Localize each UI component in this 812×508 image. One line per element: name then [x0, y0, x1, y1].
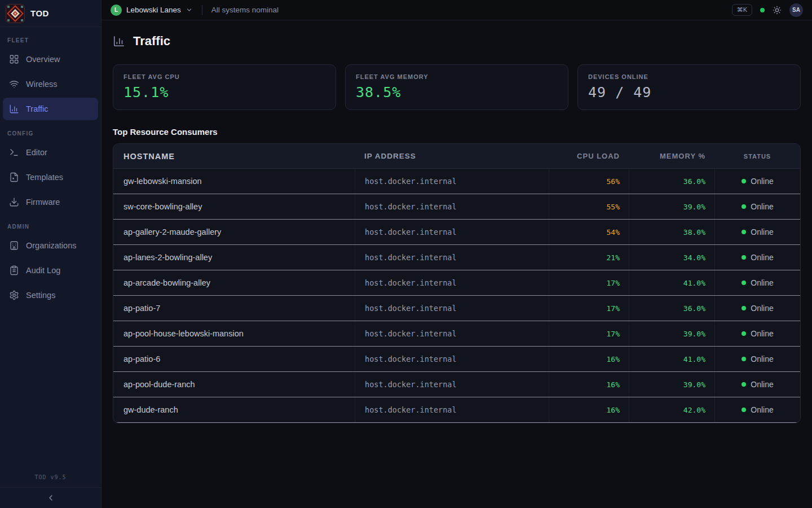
table-body: gw-lebowski-mansion host.docker.internal… — [113, 169, 800, 423]
ip-cell: host.docker.internal — [355, 321, 549, 346]
sidebar-item-settings[interactable]: Settings — [3, 284, 98, 306]
sidebar-item-templates[interactable]: Templates — [3, 166, 98, 189]
sidebar-item-overview[interactable]: Overview — [3, 48, 98, 71]
stat-card-fleet-avg-cpu: FLEET AVG CPU 15.1% — [113, 64, 336, 110]
sidebar-item-label: Editor — [26, 148, 47, 157]
cpu-cell: 17% — [549, 296, 629, 321]
status-cell: Online — [714, 372, 800, 397]
status-cell: Online — [714, 194, 800, 219]
stat-card-fleet-avg-memory: FLEET AVG MEMORY 38.5% — [345, 64, 568, 110]
memory-cell: 39.0% — [629, 372, 714, 397]
file-icon — [9, 172, 19, 182]
user-avatar[interactable]: SA — [789, 3, 803, 17]
status-label: Online — [751, 202, 773, 211]
app-name: TOD — [30, 8, 49, 18]
hostname-cell: ap-lanes-2-bowling-alley — [113, 245, 355, 270]
sidebar-item-organizations[interactable]: Organizations — [3, 234, 98, 257]
status-dot-icon — [742, 255, 746, 260]
column-header-memory: MEMORY % — [629, 144, 714, 168]
top-bar: L Lebowski Lanes All systems nominal ⌘K … — [102, 0, 812, 20]
sidebar-item-editor[interactable]: Editor — [3, 141, 98, 164]
table-row[interactable]: ap-pool-house-lebowski-mansion host.dock… — [113, 321, 800, 347]
cpu-cell: 16% — [549, 347, 629, 371]
ip-cell: host.docker.internal — [355, 194, 549, 219]
status-label: Online — [751, 329, 773, 338]
status-cell: Online — [714, 245, 800, 270]
hostname-cell: ap-gallery-2-maude-gallery — [113, 220, 355, 244]
table-row[interactable]: ap-arcade-bowling-alley host.docker.inte… — [113, 270, 800, 296]
memory-cell: 42.0% — [629, 397, 714, 422]
hostname-cell: gw-dude-ranch — [113, 397, 355, 422]
table-row[interactable]: gw-dude-ranch host.docker.internal 16% 4… — [113, 397, 800, 423]
cpu-cell: 55% — [549, 194, 629, 219]
table-row[interactable]: ap-gallery-2-maude-gallery host.docker.i… — [113, 220, 800, 245]
bar-chart-icon — [113, 35, 125, 47]
stat-label: DEVICES ONLINE — [588, 73, 790, 80]
cpu-cell: 16% — [549, 397, 629, 422]
cpu-cell: 54% — [549, 220, 629, 244]
status-cell: Online — [714, 397, 800, 422]
sidebar: TOD FLEET Overview Wireless Traffic CONF… — [0, 0, 102, 508]
chevron-left-icon — [46, 493, 55, 502]
org-avatar: L — [111, 5, 122, 16]
stat-value: 38.5% — [356, 84, 558, 100]
sidebar-item-traffic[interactable]: Traffic — [3, 98, 98, 120]
system-status-text: All systems nominal — [211, 6, 279, 14]
page-title: Traffic — [133, 34, 170, 49]
table-row[interactable]: ap-patio-6 host.docker.internal 16% 41.0… — [113, 347, 800, 372]
ip-cell: host.docker.internal — [355, 245, 549, 270]
theme-toggle-button[interactable] — [773, 6, 782, 15]
sidebar-item-wireless[interactable]: Wireless — [3, 73, 98, 95]
building-icon — [9, 240, 19, 251]
sidebar-collapse-button[interactable] — [0, 487, 101, 508]
status-label: Online — [751, 380, 773, 389]
stat-value: 49 / 49 — [588, 84, 790, 100]
sidebar-item-firmware[interactable]: Firmware — [3, 191, 98, 213]
ip-cell: host.docker.internal — [355, 397, 549, 422]
memory-cell: 41.0% — [629, 347, 714, 371]
table-row[interactable]: ap-pool-dude-ranch host.docker.internal … — [113, 372, 800, 397]
grid-icon — [9, 54, 19, 64]
status-label: Online — [751, 177, 773, 186]
status-dot-icon — [742, 331, 746, 336]
status-cell: Online — [714, 270, 800, 295]
sidebar-nav: FLEET Overview Wireless Traffic CONFIG E… — [0, 27, 101, 309]
org-name: Lebowski Lanes — [126, 6, 181, 14]
table-row[interactable]: gw-lebowski-mansion host.docker.internal… — [113, 169, 800, 194]
memory-cell: 41.0% — [629, 270, 714, 295]
status-label: Online — [751, 405, 773, 414]
cpu-cell: 17% — [549, 321, 629, 346]
ip-cell: host.docker.internal — [355, 347, 549, 371]
status-dot-icon — [742, 230, 746, 234]
app-logo-row: TOD — [0, 0, 101, 27]
sidebar-item-label: Settings — [26, 291, 55, 300]
header-divider — [202, 5, 202, 15]
memory-cell: 36.0% — [629, 296, 714, 321]
app-logo-icon — [6, 4, 25, 23]
hostname-cell: ap-patio-7 — [113, 296, 355, 321]
chevron-down-icon — [186, 6, 193, 14]
status-cell: Online — [714, 169, 800, 194]
memory-cell: 39.0% — [629, 194, 714, 219]
column-header-cpu: CPU LOAD — [549, 144, 629, 168]
cpu-cell: 16% — [549, 372, 629, 397]
command-palette-button[interactable]: ⌘K — [732, 4, 752, 16]
sidebar-item-audit-log[interactable]: Audit Log — [3, 259, 98, 282]
status-label: Online — [751, 278, 773, 287]
table-row[interactable]: ap-patio-7 host.docker.internal 17% 36.0… — [113, 296, 800, 321]
sidebar-item-label: Overview — [26, 55, 60, 64]
sidebar-item-label: Organizations — [26, 241, 76, 250]
hostname-cell: ap-pool-house-lebowski-mansion — [113, 321, 355, 346]
status-cell: Online — [714, 296, 800, 321]
app-version: TOD v9.5 — [0, 468, 101, 487]
stat-value: 15.1% — [123, 84, 325, 100]
nav-section-config: CONFIG — [7, 130, 98, 137]
table-header-row: HOSTNAME IP ADDRESS CPU LOAD MEMORY % ST… — [113, 144, 800, 169]
org-switcher[interactable]: L Lebowski Lanes — [111, 5, 193, 16]
table-row[interactable]: ap-lanes-2-bowling-alley host.docker.int… — [113, 245, 800, 270]
table-row[interactable]: sw-core-bowling-alley host.docker.intern… — [113, 194, 800, 220]
memory-cell: 38.0% — [629, 220, 714, 244]
memory-cell: 39.0% — [629, 321, 714, 346]
nav-section-fleet: FLEET — [7, 37, 98, 43]
status-cell: Online — [714, 321, 800, 346]
